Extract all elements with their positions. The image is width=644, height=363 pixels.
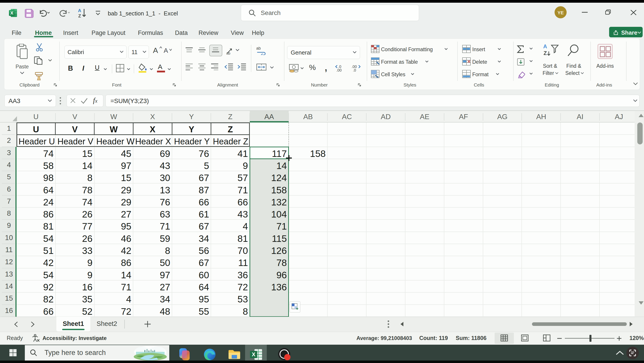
svg-text:X: X: [10, 10, 14, 15]
svg-text:Z: Z: [544, 50, 547, 56]
svg-text:ab: ab: [256, 46, 261, 50]
svg-text:.0: .0: [353, 68, 356, 72]
svg-text:X: X: [252, 351, 255, 358]
svg-text:.00: .00: [336, 68, 342, 72]
svg-text:A: A: [78, 8, 81, 13]
svg-text:Z: Z: [78, 13, 81, 18]
svg-text:A: A: [543, 43, 547, 49]
svg-text:ab: ab: [226, 51, 230, 55]
